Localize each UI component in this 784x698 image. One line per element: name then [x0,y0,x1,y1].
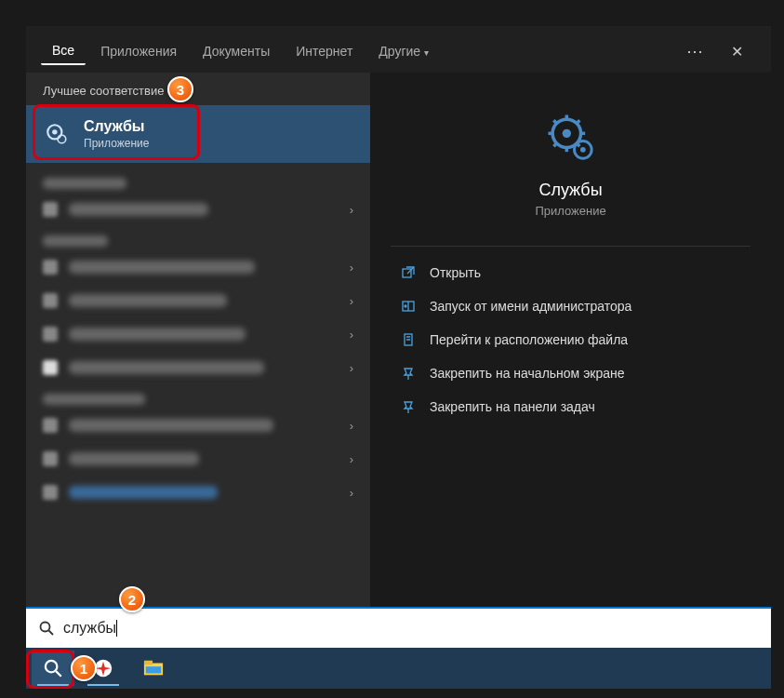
services-gear-icon-large [543,110,599,166]
tab-internet[interactable]: Интернет [285,38,364,64]
folder-icon [400,331,417,348]
taskbar [26,648,771,689]
list-item[interactable]: › [26,250,370,284]
action-file-location[interactable]: Перейти к расположению файла [389,323,752,356]
close-icon[interactable]: ✕ [718,39,756,64]
annotation-badge-2: 2 [119,586,145,612]
svg-point-14 [579,147,585,153]
list-item[interactable]: › [26,317,370,351]
svg-line-24 [56,671,61,677]
search-icon [39,621,54,636]
preview-pane: Службы Приложение Открыть Запуск от имен… [370,73,771,607]
svg-line-22 [49,631,54,636]
svg-point-21 [41,623,50,632]
svg-point-4 [562,129,570,138]
search-panel: Все Приложения Документы Интернет Другие… [26,26,771,607]
tab-documents[interactable]: Документы [192,38,281,64]
svg-line-9 [553,120,557,124]
chevron-down-icon: ▾ [424,47,429,58]
tab-other[interactable]: Другие▾ [367,38,440,64]
svg-point-2 [58,135,66,143]
open-icon [400,264,417,281]
list-item[interactable]: › [26,476,370,509]
action-pin-start[interactable]: Закрепить на начальном экране [389,356,752,390]
results-column: Лучшее соответствие Службы Приложение › … [26,73,370,607]
best-match-result[interactable]: Службы Приложение [26,105,370,163]
tab-all[interactable]: Все [41,37,86,65]
svg-line-11 [553,143,557,147]
filter-tabs: Все Приложения Документы Интернет Другие… [26,26,771,73]
taskbar-explorer-button[interactable] [132,651,175,686]
action-open[interactable]: Открыть [389,256,752,289]
annotation-badge-1: 1 [71,655,97,681]
result-title: Службы [84,118,149,135]
svg-line-12 [576,120,579,124]
list-item[interactable]: › [26,284,370,317]
svg-point-1 [52,129,57,134]
search-input[interactable]: службы [63,620,116,637]
best-match-label: Лучшее соответствие [26,73,370,105]
pin-icon [400,365,417,382]
list-item[interactable]: › [26,351,370,384]
svg-point-23 [46,661,58,673]
other-results: › › › › › › › › [26,163,370,607]
divider [391,246,751,247]
svg-rect-27 [144,661,153,665]
svg-rect-15 [403,269,411,277]
taskbar-search-button[interactable] [32,651,74,686]
services-gear-icon [43,120,71,148]
annotation-badge-3: 3 [167,76,193,102]
action-pin-taskbar[interactable]: Закрепить на панели задач [389,390,752,423]
preview-subtitle: Приложение [535,204,605,218]
svg-point-17 [405,305,406,307]
preview-title: Службы [538,181,602,200]
list-item[interactable]: › [26,442,370,476]
more-icon[interactable]: ⋯ [677,37,714,65]
search-box[interactable]: службы [26,607,771,648]
pin-icon [400,398,417,415]
list-item[interactable]: › [26,409,370,442]
tab-apps[interactable]: Приложения [89,38,188,64]
action-run-admin[interactable]: Запуск от имени администратора [389,289,752,323]
shield-icon [400,298,417,315]
result-subtitle: Приложение [84,137,149,150]
list-item[interactable]: › [26,193,370,226]
svg-rect-28 [146,666,162,673]
